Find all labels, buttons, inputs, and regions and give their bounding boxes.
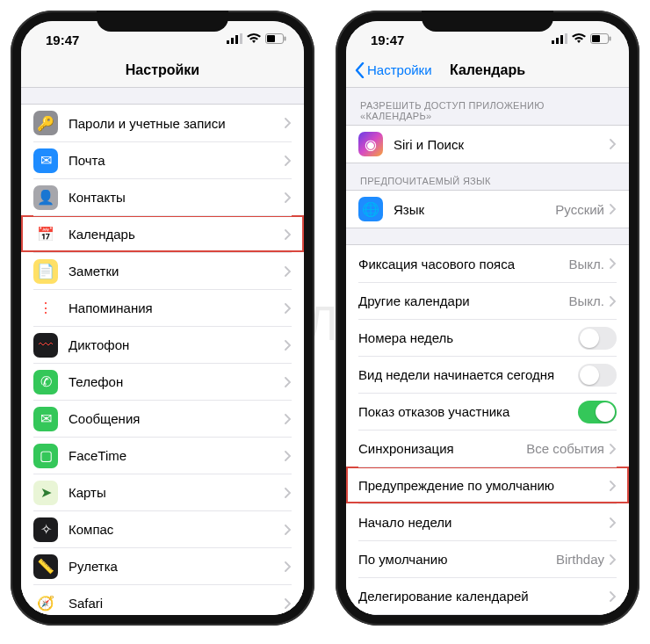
group-language: 🌐 Язык Русский bbox=[346, 190, 629, 228]
status-time: 19:47 bbox=[371, 33, 404, 47]
row-alt-cal[interactable]: Другие календариВыкл. bbox=[346, 282, 629, 319]
row-reminders[interactable]: ⋮Напоминания bbox=[21, 289, 304, 326]
siri-icon: ◉ bbox=[358, 132, 383, 156]
row-declined[interactable]: Показ отказов участника bbox=[346, 393, 629, 430]
row-label: Карты bbox=[69, 485, 285, 500]
row-label: Календарь bbox=[69, 227, 285, 242]
row-sync[interactable]: СинхронизацияВсе события bbox=[346, 430, 629, 467]
chevron-right-icon bbox=[610, 204, 617, 214]
row-value: Русский bbox=[555, 202, 604, 217]
measure-icon: 📏 bbox=[33, 554, 58, 579]
row-mail[interactable]: ✉Почта bbox=[21, 141, 304, 178]
row-notes[interactable]: 📄Заметки bbox=[21, 252, 304, 289]
chevron-right-icon bbox=[285, 525, 292, 535]
row-wk-start[interactable]: Начало недели bbox=[346, 503, 629, 540]
svg-rect-10 bbox=[565, 33, 567, 44]
row-tz-fix[interactable]: Фиксация часового поясаВыкл. bbox=[346, 245, 629, 282]
chevron-right-icon bbox=[610, 554, 617, 565]
svg-rect-13 bbox=[610, 37, 611, 41]
facetime-icon: ▢ bbox=[33, 444, 58, 468]
content-right[interactable]: Разрешить доступ приложению «Календарь» … bbox=[346, 88, 629, 615]
chevron-right-icon bbox=[610, 444, 617, 454]
row-phone[interactable]: ✆Телефон bbox=[21, 363, 304, 400]
chevron-right-icon bbox=[285, 598, 292, 609]
page-title: Настройки bbox=[126, 62, 199, 78]
contacts-icon: 👤 bbox=[33, 185, 58, 210]
row-def-alert[interactable]: Предупреждение по умолчанию bbox=[346, 467, 629, 503]
wifi-icon bbox=[572, 33, 586, 47]
settings-group: 🔑Пароли и учетные записи✉Почта👤Контакты📅… bbox=[21, 104, 304, 615]
content-left[interactable]: 🔑Пароли и учетные записи✉Почта👤Контакты📅… bbox=[21, 88, 304, 615]
row-value: Выкл. bbox=[569, 257, 604, 271]
row-label: Синхронизация bbox=[358, 441, 526, 456]
row-label: Safari bbox=[69, 596, 285, 611]
row-passwords[interactable]: 🔑Пароли и учетные записи bbox=[21, 105, 304, 141]
row-contacts[interactable]: 👤Контакты bbox=[21, 178, 304, 215]
safari-icon: 🧭 bbox=[33, 591, 58, 616]
row-default[interactable]: По умолчаниюBirthday bbox=[346, 540, 629, 577]
battery-icon bbox=[265, 33, 286, 47]
chevron-right-icon bbox=[285, 156, 292, 166]
chevron-right-icon bbox=[285, 561, 292, 572]
chevron-right-icon bbox=[610, 517, 617, 528]
toggle-week-start[interactable] bbox=[578, 364, 617, 387]
toggle-declined[interactable] bbox=[578, 401, 617, 423]
svg-rect-3 bbox=[240, 33, 242, 44]
row-label: По умолчанию bbox=[358, 552, 556, 567]
row-label: Почта bbox=[69, 153, 285, 168]
chevron-right-icon bbox=[285, 377, 292, 387]
chevron-right-icon bbox=[285, 414, 292, 424]
row-siri[interactable]: ◉ Siri и Поиск bbox=[346, 126, 629, 163]
row-value: Все события bbox=[526, 441, 604, 456]
screen-right: 19:47 Настройки Календарь Разрешить bbox=[346, 21, 629, 615]
row-facetime[interactable]: ▢FaceTime bbox=[21, 437, 304, 474]
chevron-right-icon bbox=[610, 591, 617, 602]
passwords-icon: 🔑 bbox=[33, 111, 58, 135]
row-compass[interactable]: ✧Компас bbox=[21, 510, 304, 547]
globe-icon: 🌐 bbox=[358, 197, 383, 221]
row-label: Фиксация часового пояса bbox=[358, 257, 569, 271]
toggle-week-num[interactable] bbox=[578, 327, 617, 350]
row-label: Диктофон bbox=[69, 337, 285, 352]
row-safari[interactable]: 🧭Safari bbox=[21, 584, 304, 615]
chevron-right-icon bbox=[610, 258, 617, 269]
svg-rect-1 bbox=[231, 38, 234, 44]
row-week-start[interactable]: Вид недели начинается сегодня bbox=[346, 356, 629, 393]
row-calendar[interactable]: 📅Календарь bbox=[21, 215, 304, 252]
calendar-icon: 📅 bbox=[33, 222, 58, 247]
reminders-icon: ⋮ bbox=[33, 296, 58, 321]
svg-rect-5 bbox=[267, 35, 275, 42]
phone-icon: ✆ bbox=[33, 370, 58, 394]
row-maps[interactable]: ➤Карты bbox=[21, 474, 304, 510]
signal-icon bbox=[227, 33, 242, 47]
row-delegate[interactable]: Делегирование календарей bbox=[346, 577, 629, 614]
nav-bar-left: Настройки bbox=[21, 53, 304, 88]
maps-icon: ➤ bbox=[33, 481, 58, 505]
nav-bar-right: Настройки Календарь bbox=[346, 53, 629, 88]
signal-icon bbox=[552, 33, 567, 47]
row-voicememos[interactable]: 〰Диктофон bbox=[21, 326, 304, 363]
chevron-right-icon bbox=[610, 296, 617, 307]
row-label: Рулетка bbox=[69, 559, 285, 574]
battery-icon bbox=[590, 33, 611, 47]
svg-rect-7 bbox=[552, 40, 554, 44]
row-messages[interactable]: ✉Сообщения bbox=[21, 400, 304, 437]
row-label: Другие календари bbox=[358, 293, 569, 308]
row-label: Компас bbox=[69, 522, 285, 537]
row-language[interactable]: 🌐 Язык Русский bbox=[346, 191, 629, 228]
row-measure[interactable]: 📏Рулетка bbox=[21, 547, 304, 584]
chevron-right-icon bbox=[285, 118, 292, 128]
row-suggest[interactable]: Предложения мест bbox=[346, 614, 629, 615]
row-label: Предупреждение по умолчанию bbox=[358, 478, 610, 493]
back-button[interactable]: Настройки bbox=[353, 62, 432, 78]
svg-rect-12 bbox=[592, 35, 600, 42]
section-header: Предпочитаемый язык bbox=[346, 163, 629, 190]
phone-right: 19:47 Настройки Календарь Разрешить bbox=[336, 11, 639, 626]
row-label: Пароли и учетные записи bbox=[69, 116, 285, 131]
status-right bbox=[552, 33, 611, 47]
page-title: Календарь bbox=[450, 62, 525, 78]
row-label: Язык bbox=[394, 202, 555, 217]
row-label: Напоминания bbox=[69, 300, 285, 315]
chevron-right-icon bbox=[285, 303, 292, 314]
row-week-num[interactable]: Номера недель bbox=[346, 319, 629, 356]
